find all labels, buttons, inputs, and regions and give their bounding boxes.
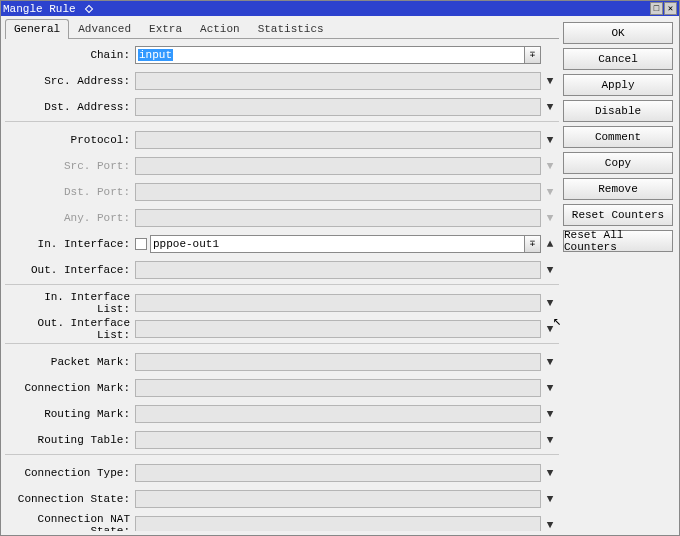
connection-nat-state-input[interactable] [135,516,541,532]
routing-table-input[interactable] [135,431,541,449]
src-address-input[interactable] [135,72,541,90]
connection-nat-state-expand-icon[interactable]: ▼ [541,519,559,531]
chain-input[interactable]: input∓ [135,46,541,64]
reset-all-counters-button[interactable]: Reset All Counters [563,230,673,252]
routing-mark-input[interactable] [135,405,541,423]
mangle-rule-window: Mangle Rule □ ✕ General Advanced Extra A… [0,0,680,536]
ok-button[interactable]: OK [563,22,673,44]
routing-mark-label: Routing Mark: [5,408,135,420]
copy-button[interactable]: Copy [563,152,673,174]
in-interface-input[interactable]: pppoe-out1∓ [150,235,541,253]
src-address-label: Src. Address: [5,75,135,87]
src-address-expand-icon[interactable]: ▼ [541,75,559,87]
tab-statistics[interactable]: Statistics [249,19,333,38]
action-buttons: OK Cancel Apply Disable Comment Copy Rem… [563,16,679,535]
connection-type-input[interactable] [135,464,541,482]
routing-table-label: Routing Table: [5,434,135,446]
packet-mark-expand-icon[interactable]: ▼ [541,356,559,368]
in-interface-list-input[interactable] [135,294,541,312]
connection-nat-state-label: Connection NAT State: [5,513,135,532]
in-interface-not-checkbox[interactable] [135,238,147,250]
chain-label: Chain: [5,49,135,61]
protocol-label: Protocol: [5,134,135,146]
tab-action[interactable]: Action [191,19,249,38]
tab-bar: General Advanced Extra Action Statistics [5,19,559,39]
src-port-input [135,157,541,175]
dst-port-label: Dst. Port: [5,186,135,198]
connection-state-input[interactable] [135,490,541,508]
tab-advanced[interactable]: Advanced [69,19,140,38]
connection-mark-input[interactable] [135,379,541,397]
any-port-input [135,209,541,227]
src-port-label: Src. Port: [5,160,135,172]
in-interface-dropdown-icon[interactable]: ∓ [524,236,540,252]
dst-port-input [135,183,541,201]
in-interface-list-expand-icon[interactable]: ▼ [541,297,559,309]
connection-type-label: Connection Type: [5,467,135,479]
close-button[interactable]: ✕ [664,2,677,15]
chain-dropdown-icon[interactable]: ∓ [524,47,540,63]
src-port-expand-icon: ▼ [541,160,559,172]
dst-port-expand-icon: ▼ [541,186,559,198]
form-general: Chain: input∓ Src. Address: ▼ Dst. Addre… [5,43,559,531]
out-interface-list-input[interactable] [135,320,541,338]
connection-state-expand-icon[interactable]: ▼ [541,493,559,505]
in-interface-collapse-icon[interactable]: ▲ [541,238,559,250]
dst-address-input[interactable] [135,98,541,116]
connection-mark-expand-icon[interactable]: ▼ [541,382,559,394]
any-port-expand-icon: ▼ [541,212,559,224]
comment-button[interactable]: Comment [563,126,673,148]
reset-counters-button[interactable]: Reset Counters [563,204,673,226]
packet-mark-label: Packet Mark: [5,356,135,368]
protocol-input[interactable] [135,131,541,149]
diamond-icon [85,4,93,12]
window-title: Mangle Rule [3,3,649,15]
dst-address-expand-icon[interactable]: ▼ [541,101,559,113]
out-interface-label: Out. Interface: [5,264,135,276]
apply-button[interactable]: Apply [563,74,673,96]
protocol-expand-icon[interactable]: ▼ [541,134,559,146]
dst-address-label: Dst. Address: [5,101,135,113]
tab-extra[interactable]: Extra [140,19,191,38]
packet-mark-input[interactable] [135,353,541,371]
any-port-label: Any. Port: [5,212,135,224]
tab-general[interactable]: General [5,19,69,39]
connection-mark-label: Connection Mark: [5,382,135,394]
remove-button[interactable]: Remove [563,178,673,200]
in-interface-list-label: In. Interface List: [5,291,135,315]
out-interface-expand-icon[interactable]: ▼ [541,264,559,276]
out-interface-list-expand-icon[interactable]: ▼ [541,323,559,335]
connection-state-label: Connection State: [5,493,135,505]
titlebar: Mangle Rule □ ✕ [1,1,679,16]
cancel-button[interactable]: Cancel [563,48,673,70]
in-interface-label: In. Interface: [5,238,135,250]
connection-type-expand-icon[interactable]: ▼ [541,467,559,479]
routing-mark-expand-icon[interactable]: ▼ [541,408,559,420]
minimize-button[interactable]: □ [650,2,663,15]
out-interface-list-label: Out. Interface List: [5,317,135,341]
disable-button[interactable]: Disable [563,100,673,122]
routing-table-expand-icon[interactable]: ▼ [541,434,559,446]
out-interface-input[interactable] [135,261,541,279]
